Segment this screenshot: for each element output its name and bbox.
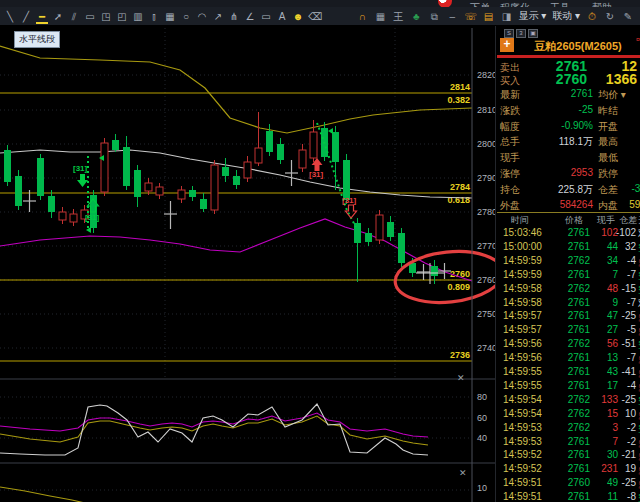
fib-price-label: 2814 bbox=[450, 82, 470, 92]
candle-down bbox=[123, 147, 130, 186]
phone-icon[interactable]: ☏ bbox=[464, 9, 476, 24]
tick-time: 14:59:54 bbox=[503, 394, 542, 405]
stat-row: 涨跌 -25 昨结 278 bbox=[497, 102, 640, 118]
tick-oi-change: -25 bbox=[607, 394, 636, 405]
candle-down bbox=[189, 190, 196, 197]
candle-down bbox=[222, 167, 229, 176]
add-symbol-icon[interactable]: + bbox=[500, 38, 514, 52]
bars-tool-icon[interactable]: ⫾ bbox=[148, 9, 160, 24]
more-icon[interactable]: – bbox=[446, 9, 458, 24]
orange-chart-icon[interactable]: ▤ bbox=[482, 9, 494, 24]
fan-tool-icon[interactable]: ⋔ bbox=[228, 9, 240, 24]
refresh-icon[interactable]: ↻ bbox=[604, 9, 616, 24]
stat-row: 外盘 584264 内盘 59637 bbox=[497, 197, 640, 213]
price-axis-label: 2810 bbox=[477, 105, 495, 115]
half-icon[interactable]: ◨ bbox=[500, 9, 512, 24]
fib-ratio-label: 0.618 bbox=[447, 195, 470, 205]
app-logo-icon[interactable] bbox=[438, 0, 452, 7]
tick-price: 2760 bbox=[552, 477, 590, 488]
stat-row: 幅度 -0.90% 开盘 279 bbox=[497, 118, 640, 134]
tick-time: 14:59:51 bbox=[503, 491, 542, 502]
close-icon[interactable]: ✕ bbox=[457, 373, 465, 383]
stat-value: -3426 bbox=[615, 183, 640, 194]
tick-oi-change: -4 bbox=[607, 380, 636, 391]
tick-price: 2762 bbox=[552, 408, 590, 419]
rect-tool-2-icon[interactable]: ◳ bbox=[100, 9, 112, 24]
candle-up bbox=[145, 183, 152, 191]
candle-down bbox=[365, 233, 372, 242]
stat-value: -25 bbox=[525, 104, 593, 115]
fib-ratio-label: 0.382 bbox=[447, 95, 470, 105]
diagonal-line-icon[interactable]: ╲ bbox=[4, 9, 16, 24]
tick-row: 15:03:46 2761 102 -102 双 bbox=[497, 226, 640, 240]
close-icon[interactable]: ✕ bbox=[459, 468, 467, 478]
rectangle-icon[interactable]: ▭ bbox=[84, 9, 96, 24]
tick-price: 2761 bbox=[552, 366, 590, 377]
rect-tool-3-icon[interactable]: ◰ bbox=[116, 9, 128, 24]
tick-price: 2761 bbox=[552, 310, 590, 321]
tick-oi-change: -25 bbox=[607, 310, 636, 321]
mini-button-0[interactable]: S bbox=[504, 29, 514, 38]
subchart-axis-label: 60 bbox=[477, 413, 487, 423]
tick-price: 2761 bbox=[552, 297, 590, 308]
menu-bar: 下单程序化工具帮助 bbox=[0, 0, 640, 7]
tick-time: 15:03:46 bbox=[503, 227, 542, 238]
candle-up bbox=[376, 215, 383, 240]
tick-oi-change: -8 bbox=[607, 491, 636, 502]
candle-up bbox=[101, 143, 108, 192]
parallel-lines-icon[interactable]: ⫽ bbox=[68, 9, 80, 24]
zigzag-tool-icon[interactable]: ↗ bbox=[212, 9, 224, 24]
price-axis-label: 2780 bbox=[477, 207, 495, 217]
text-tool-icon[interactable]: A bbox=[276, 9, 288, 24]
alarm-icon[interactable]: ⏱ bbox=[586, 9, 598, 24]
tick-price: 2761 bbox=[552, 227, 590, 238]
mini-button-2[interactable]: ▣ bbox=[528, 29, 538, 38]
arrow-line-icon[interactable]: ➚ bbox=[52, 9, 64, 24]
board-icon[interactable]: ▦ bbox=[374, 9, 386, 24]
horizontal-segment-icon[interactable]: ━ bbox=[36, 9, 48, 24]
symbol-flag-icon: ¤ bbox=[636, 36, 640, 43]
grid-tool-icon[interactable]: ▦ bbox=[164, 9, 176, 24]
signal-label: [31] bbox=[342, 196, 357, 205]
textbox-tool-icon[interactable]: ▭ bbox=[260, 9, 272, 24]
stat-value: 275 bbox=[615, 151, 640, 162]
tick-table-header: 时间价格现手仓差开平 bbox=[497, 214, 640, 226]
candle-down bbox=[4, 150, 11, 182]
candle-up bbox=[244, 162, 251, 178]
pencil-icon[interactable]: ✎ bbox=[622, 9, 634, 24]
tick-time: 14:59:58 bbox=[503, 283, 542, 294]
candlestick-chart-canvas[interactable]: 28140.38227840.61827600.8092736[31][31][… bbox=[0, 26, 495, 502]
symbol-name[interactable]: 豆粕2605(M2605) bbox=[519, 39, 637, 54]
stat-value: 225.8万 bbox=[525, 183, 593, 197]
circle-tool-icon[interactable]: ○ bbox=[180, 9, 192, 24]
bid-qty: 1366 bbox=[589, 71, 637, 87]
tick-oi-change: -7 bbox=[607, 269, 636, 280]
eraser-tool-icon[interactable]: ⌫ bbox=[308, 9, 320, 24]
tick-price: 2761 bbox=[552, 380, 590, 391]
tick-row: 14:59:56 2762 56 -51 空 bbox=[497, 337, 640, 351]
tick-row: 14:59:57 2761 47 -25 多 bbox=[497, 309, 640, 323]
clover-icon[interactable]: ♣ bbox=[410, 9, 422, 24]
fib-ratio-label: 0.809 bbox=[447, 282, 470, 292]
mini-button-1[interactable]: 3 bbox=[516, 29, 526, 38]
tick-time: 14:59:56 bbox=[503, 352, 542, 363]
tick-price: 2761 bbox=[552, 324, 590, 335]
stat-label: 总手 bbox=[500, 135, 520, 149]
emoji-tool-icon[interactable]: ☻ bbox=[292, 9, 304, 24]
ray-line-icon[interactable]: ╱ bbox=[20, 9, 32, 24]
candle-down bbox=[233, 176, 240, 185]
vertical-lines-icon[interactable]: ▥ bbox=[132, 9, 144, 24]
king-icon[interactable]: 王 bbox=[392, 9, 404, 24]
link-menu-button[interactable]: 联动 ▾ bbox=[552, 9, 580, 23]
expand-icon[interactable]: ⧉ bbox=[428, 9, 440, 24]
tick-row: 14:59:54 2762 15 10 多 bbox=[497, 407, 640, 421]
tick-oi-change: -25 bbox=[607, 477, 636, 488]
stat-row: 最新 2761 均价 ▾ 277 bbox=[497, 86, 640, 102]
arc-tool-icon[interactable]: ◠ bbox=[196, 9, 208, 24]
magnet-icon[interactable]: ∩ bbox=[356, 9, 368, 24]
toolbar-right-group: ∩▦王♣⧉–☏▤◨显示 ▾联动 ▾⏱↻✎ bbox=[356, 9, 640, 24]
display-menu-button[interactable]: 显示 ▾ bbox=[518, 9, 546, 23]
separator bbox=[497, 212, 640, 213]
candle-down bbox=[37, 158, 44, 196]
angle-tool-icon[interactable]: ∠ bbox=[244, 9, 256, 24]
